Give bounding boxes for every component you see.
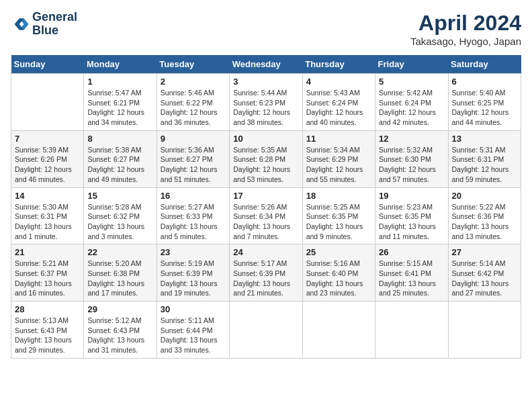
calendar-cell: 5Sunrise: 5:42 AM Sunset: 6:24 PM Daylig… [375,74,448,131]
calendar-cell: 6Sunrise: 5:40 AM Sunset: 6:25 PM Daylig… [448,74,521,131]
calendar-cell: 16Sunrise: 5:27 AM Sunset: 6:33 PM Dayli… [157,187,229,244]
day-info: Sunrise: 5:39 AM Sunset: 6:26 PM Dayligh… [15,145,80,185]
day-number: 13 [452,134,517,144]
title-block: April 2024 Takasago, Hyogo, Japan [410,11,521,47]
day-number: 24 [233,247,298,257]
day-number: 19 [379,191,444,201]
calendar-cell: 18Sunrise: 5:25 AM Sunset: 6:35 PM Dayli… [302,187,375,244]
calendar-cell [448,302,521,359]
header-day: Friday [375,55,448,74]
day-info: Sunrise: 5:46 AM Sunset: 6:22 PM Dayligh… [161,88,226,128]
calendar-cell: 27Sunrise: 5:14 AM Sunset: 6:42 PM Dayli… [448,244,521,302]
day-number: 28 [15,304,80,314]
day-number: 9 [161,134,226,144]
calendar-cell: 13Sunrise: 5:31 AM Sunset: 6:31 PM Dayli… [448,130,521,187]
day-info: Sunrise: 5:23 AM Sunset: 6:35 PM Dayligh… [379,202,444,242]
calendar-cell: 25Sunrise: 5:16 AM Sunset: 6:40 PM Dayli… [302,244,375,302]
calendar-cell: 19Sunrise: 5:23 AM Sunset: 6:35 PM Dayli… [375,187,448,244]
calendar-cell: 17Sunrise: 5:26 AM Sunset: 6:34 PM Dayli… [230,187,302,244]
calendar-cell: 23Sunrise: 5:19 AM Sunset: 6:39 PM Dayli… [157,244,229,302]
calendar-cell: 10Sunrise: 5:35 AM Sunset: 6:28 PM Dayli… [230,130,302,187]
day-number: 11 [306,134,371,144]
day-info: Sunrise: 5:22 AM Sunset: 6:36 PM Dayligh… [452,202,517,242]
day-number: 26 [379,247,444,257]
calendar-cell: 12Sunrise: 5:32 AM Sunset: 6:30 PM Dayli… [375,130,448,187]
header-day: Monday [84,55,157,74]
day-info: Sunrise: 5:31 AM Sunset: 6:31 PM Dayligh… [452,145,517,185]
calendar-week-row: 14Sunrise: 5:30 AM Sunset: 6:31 PM Dayli… [11,187,521,244]
day-number: 30 [161,304,226,314]
header-day: Wednesday [230,55,302,74]
day-info: Sunrise: 5:13 AM Sunset: 6:43 PM Dayligh… [15,316,80,355]
calendar-header-row: SundayMondayTuesdayWednesdayThursdayFrid… [11,55,521,74]
day-info: Sunrise: 5:15 AM Sunset: 6:41 PM Dayligh… [379,259,444,298]
day-number: 22 [87,247,152,257]
calendar-cell [375,302,448,359]
calendar-cell: 30Sunrise: 5:11 AM Sunset: 6:44 PM Dayli… [157,302,229,359]
calendar-cell: 9Sunrise: 5:36 AM Sunset: 6:27 PM Daylig… [157,130,229,187]
calendar-cell: 3Sunrise: 5:44 AM Sunset: 6:23 PM Daylig… [230,74,302,131]
day-number: 6 [452,77,517,87]
day-info: Sunrise: 5:36 AM Sunset: 6:27 PM Dayligh… [161,145,226,185]
day-info: Sunrise: 5:47 AM Sunset: 6:21 PM Dayligh… [87,88,152,128]
day-info: Sunrise: 5:25 AM Sunset: 6:35 PM Dayligh… [306,202,371,242]
day-number: 2 [161,77,226,87]
day-info: Sunrise: 5:20 AM Sunset: 6:38 PM Dayligh… [87,259,152,298]
calendar-cell [230,302,302,359]
day-number: 23 [161,247,226,257]
header-day: Saturday [448,55,521,74]
calendar-week-row: 7Sunrise: 5:39 AM Sunset: 6:26 PM Daylig… [11,130,521,187]
calendar-cell: 24Sunrise: 5:17 AM Sunset: 6:39 PM Dayli… [230,244,302,302]
day-number: 4 [306,77,371,87]
day-info: Sunrise: 5:17 AM Sunset: 6:39 PM Dayligh… [233,259,298,298]
calendar-week-row: 28Sunrise: 5:13 AM Sunset: 6:43 PM Dayli… [11,302,521,359]
day-info: Sunrise: 5:11 AM Sunset: 6:44 PM Dayligh… [161,316,226,355]
day-number: 12 [379,134,444,144]
main-title: April 2024 [410,11,521,36]
calendar-cell: 28Sunrise: 5:13 AM Sunset: 6:43 PM Dayli… [11,302,84,359]
day-info: Sunrise: 5:19 AM Sunset: 6:39 PM Dayligh… [161,259,226,298]
day-info: Sunrise: 5:43 AM Sunset: 6:24 PM Dayligh… [306,88,371,128]
day-number: 15 [87,191,152,201]
day-info: Sunrise: 5:34 AM Sunset: 6:29 PM Dayligh… [306,145,371,185]
day-number: 16 [161,191,226,201]
calendar-week-row: 21Sunrise: 5:21 AM Sunset: 6:37 PM Dayli… [11,244,521,302]
calendar-table: SundayMondayTuesdayWednesdayThursdayFrid… [11,55,521,359]
subtitle: Takasago, Hyogo, Japan [410,36,521,47]
calendar-week-row: 1Sunrise: 5:47 AM Sunset: 6:21 PM Daylig… [11,74,521,131]
day-info: Sunrise: 5:21 AM Sunset: 6:37 PM Dayligh… [15,259,80,298]
day-number: 20 [452,191,517,201]
calendar-cell: 2Sunrise: 5:46 AM Sunset: 6:22 PM Daylig… [157,74,229,131]
calendar-cell: 21Sunrise: 5:21 AM Sunset: 6:37 PM Dayli… [11,244,84,302]
day-number: 8 [87,134,152,144]
calendar-cell: 1Sunrise: 5:47 AM Sunset: 6:21 PM Daylig… [84,74,157,131]
day-info: Sunrise: 5:30 AM Sunset: 6:31 PM Dayligh… [15,202,80,242]
calendar-cell: 29Sunrise: 5:12 AM Sunset: 6:43 PM Dayli… [84,302,157,359]
day-info: Sunrise: 5:32 AM Sunset: 6:30 PM Dayligh… [379,145,444,185]
day-info: Sunrise: 5:16 AM Sunset: 6:40 PM Dayligh… [306,259,371,298]
day-info: Sunrise: 5:27 AM Sunset: 6:33 PM Dayligh… [161,202,226,242]
logo: General Blue [11,11,77,38]
day-number: 1 [87,77,152,87]
day-number: 3 [233,77,298,87]
calendar-cell: 14Sunrise: 5:30 AM Sunset: 6:31 PM Dayli… [11,187,84,244]
calendar-cell: 20Sunrise: 5:22 AM Sunset: 6:36 PM Dayli… [448,187,521,244]
day-info: Sunrise: 5:44 AM Sunset: 6:23 PM Dayligh… [233,88,298,128]
calendar-cell: 11Sunrise: 5:34 AM Sunset: 6:29 PM Dayli… [302,130,375,187]
header-day: Sunday [11,55,84,74]
day-number: 21 [15,247,80,257]
page-header: General Blue April 2024 Takasago, Hyogo,… [11,11,521,47]
day-number: 27 [452,247,517,257]
day-number: 29 [87,304,152,314]
calendar-cell [11,74,84,131]
calendar-cell: 15Sunrise: 5:28 AM Sunset: 6:32 PM Dayli… [84,187,157,244]
calendar-cell: 4Sunrise: 5:43 AM Sunset: 6:24 PM Daylig… [302,74,375,131]
header-day: Thursday [302,55,375,74]
calendar-cell: 22Sunrise: 5:20 AM Sunset: 6:38 PM Dayli… [84,244,157,302]
day-info: Sunrise: 5:26 AM Sunset: 6:34 PM Dayligh… [233,202,298,242]
day-number: 5 [379,77,444,87]
day-number: 14 [15,191,80,201]
header-day: Tuesday [157,55,229,74]
calendar-cell: 7Sunrise: 5:39 AM Sunset: 6:26 PM Daylig… [11,130,84,187]
day-info: Sunrise: 5:28 AM Sunset: 6:32 PM Dayligh… [87,202,152,242]
